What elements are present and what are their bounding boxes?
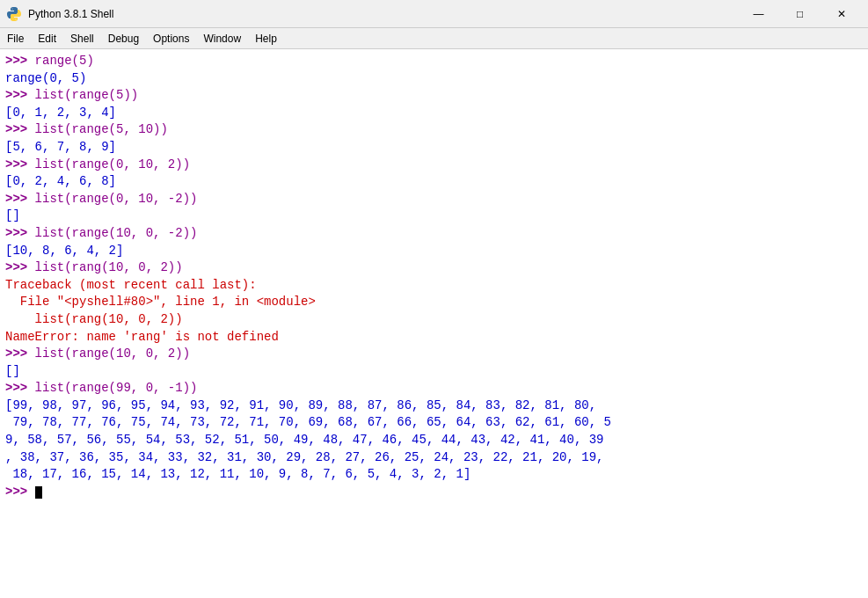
- shell-line: >>> list(range(10, 0, -2)): [5, 225, 863, 243]
- shell-line: [0, 1, 2, 3, 4]: [5, 105, 863, 122]
- title-bar-left: Python 3.8.1 Shell: [7, 7, 113, 21]
- menu-item-debug[interactable]: Debug: [101, 28, 146, 48]
- shell-line: , 38, 37, 36, 35, 34, 33, 32, 31, 30, 29…: [5, 449, 863, 467]
- shell-line: >>> list(range(10, 0, 2)): [5, 346, 863, 363]
- shell-line: 79, 78, 77, 76, 75, 74, 73, 72, 71, 70, …: [5, 414, 863, 432]
- shell-line: >>> list(rang(10, 0, 2)): [5, 259, 863, 277]
- maximize-button[interactable]: □: [780, 2, 820, 26]
- shell-line-error2: File "<pyshell#80>", line 1, in <module>: [5, 294, 863, 311]
- shell-line: >>> list(range(5)): [5, 87, 863, 105]
- shell-line-error4: NameError: name 'rang' is not defined: [5, 329, 863, 346]
- shell-line: 9, 58, 57, 56, 55, 54, 53, 52, 51, 50, 4…: [5, 432, 863, 449]
- shell-line: >>> range(5): [5, 53, 863, 70]
- title-bar: Python 3.8.1 Shell — □ ✕: [0, 0, 868, 28]
- shell-line: >>> list(range(99, 0, -1)): [5, 380, 863, 397]
- shell-line: >>> list(range(0, 10, -2)): [5, 191, 863, 208]
- shell-prompt-line[interactable]: >>>: [5, 484, 863, 501]
- menu-item-edit[interactable]: Edit: [31, 28, 63, 48]
- shell-line: []: [5, 208, 863, 225]
- shell-line: >>> list(range(5, 10)): [5, 121, 863, 139]
- shell-line: []: [5, 363, 863, 381]
- menu-item-file[interactable]: File: [0, 28, 31, 48]
- shell-line-error3: list(rang(10, 0, 2)): [5, 311, 863, 329]
- title-bar-title: Python 3.8.1 Shell: [28, 8, 113, 20]
- shell-line: [10, 8, 6, 4, 2]: [5, 243, 863, 260]
- menu-item-window[interactable]: Window: [196, 28, 248, 48]
- shell-line: >>> list(range(0, 10, 2)): [5, 157, 863, 174]
- menu-item-options[interactable]: Options: [146, 28, 196, 48]
- shell-line: [99, 98, 97, 96, 95, 94, 93, 92, 91, 90,…: [5, 397, 863, 415]
- title-bar-controls: — □ ✕: [739, 2, 861, 26]
- shell-line: 18, 17, 16, 15, 14, 13, 12, 11, 10, 9, 8…: [5, 466, 863, 484]
- shell-content[interactable]: >>> range(5) range(0, 5) >>> list(range(…: [0, 49, 868, 598]
- shell-line: range(0, 5): [5, 70, 863, 88]
- menu-bar: File Edit Shell Debug Options Window Hel…: [0, 28, 868, 49]
- menu-item-shell[interactable]: Shell: [63, 28, 101, 48]
- minimize-button[interactable]: —: [739, 2, 778, 26]
- shell-line-error1: Traceback (most recent call last):: [5, 277, 863, 295]
- close-button[interactable]: ✕: [821, 2, 861, 26]
- shell-line: [5, 6, 7, 8, 9]: [5, 139, 863, 157]
- window: Python 3.8.1 Shell — □ ✕ File Edit Shell…: [0, 0, 868, 598]
- menu-item-help[interactable]: Help: [248, 28, 284, 48]
- shell-line: [0, 2, 4, 6, 8]: [5, 173, 863, 191]
- python-icon: [7, 7, 21, 21]
